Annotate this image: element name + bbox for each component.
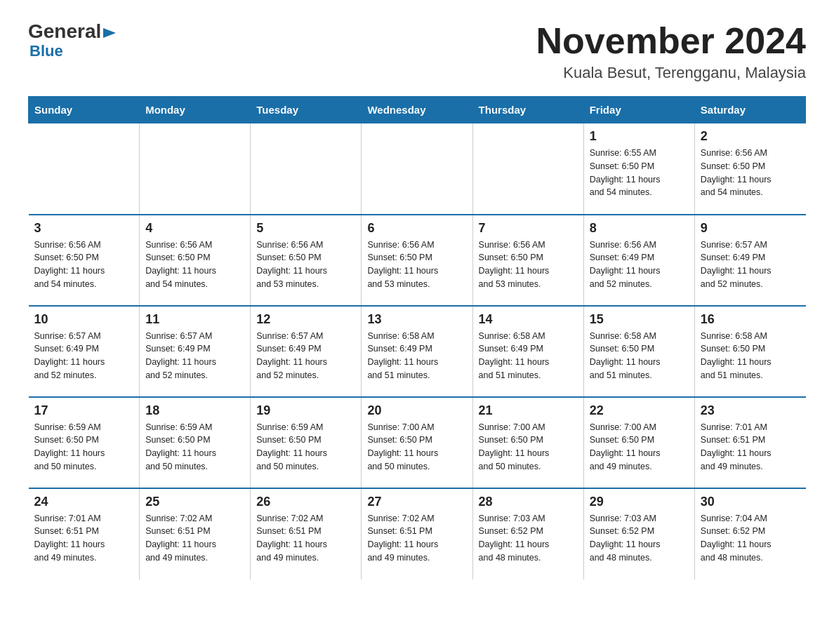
day-number: 29 [590,495,689,509]
day-info: Sunrise: 7:00 AM Sunset: 6:50 PM Dayligh… [479,421,578,474]
calendar-cell: 29Sunrise: 7:03 AM Sunset: 6:52 PM Dayli… [583,488,694,579]
day-number: 12 [256,312,355,327]
calendar-cell: 22Sunrise: 7:00 AM Sunset: 6:50 PM Dayli… [583,397,694,488]
calendar-cell: 16Sunrise: 6:58 AM Sunset: 6:50 PM Dayli… [694,306,805,397]
calendar-cell: 20Sunrise: 7:00 AM Sunset: 6:50 PM Dayli… [362,397,472,488]
day-number: 20 [367,403,466,418]
calendar-cell [362,123,472,215]
day-info: Sunrise: 6:57 AM Sunset: 6:49 PM Dayligh… [701,239,800,291]
day-info: Sunrise: 6:57 AM Sunset: 6:49 PM Dayligh… [256,330,355,382]
day-info: Sunrise: 6:59 AM Sunset: 6:50 PM Dayligh… [256,421,355,474]
calendar-cell: 26Sunrise: 7:02 AM Sunset: 6:51 PM Dayli… [251,488,362,579]
day-info: Sunrise: 6:58 AM Sunset: 6:50 PM Dayligh… [590,330,689,382]
calendar-cell: 10Sunrise: 6:57 AM Sunset: 6:49 PM Dayli… [29,306,140,397]
calendar-cell: 6Sunrise: 6:56 AM Sunset: 6:50 PM Daylig… [362,215,472,306]
day-info: Sunrise: 7:04 AM Sunset: 6:52 PM Dayligh… [701,512,800,565]
calendar-cell: 14Sunrise: 6:58 AM Sunset: 6:49 PM Dayli… [472,306,583,397]
calendar-cell: 18Sunrise: 6:59 AM Sunset: 6:50 PM Dayli… [140,397,251,488]
day-number: 15 [590,312,689,327]
logo: General Blue [28,21,116,60]
day-info: Sunrise: 6:56 AM Sunset: 6:50 PM Dayligh… [479,239,578,291]
calendar-week-row: 24Sunrise: 7:01 AM Sunset: 6:51 PM Dayli… [29,488,806,579]
header-tuesday: Tuesday [251,97,362,123]
calendar-cell: 13Sunrise: 6:58 AM Sunset: 6:49 PM Dayli… [362,306,472,397]
day-number: 22 [590,403,689,418]
calendar-week-row: 10Sunrise: 6:57 AM Sunset: 6:49 PM Dayli… [29,306,806,397]
day-info: Sunrise: 6:56 AM Sunset: 6:50 PM Dayligh… [34,239,134,291]
calendar-cell: 3Sunrise: 6:56 AM Sunset: 6:50 PM Daylig… [29,215,140,306]
header-friday: Friday [583,97,694,123]
logo-general-text: General [28,21,101,43]
calendar-cell: 2Sunrise: 6:56 AM Sunset: 6:50 PM Daylig… [694,123,805,215]
calendar-cell: 24Sunrise: 7:01 AM Sunset: 6:51 PM Dayli… [29,488,140,579]
calendar-cell: 25Sunrise: 7:02 AM Sunset: 6:51 PM Dayli… [140,488,251,579]
day-number: 7 [479,221,578,236]
day-info: Sunrise: 6:56 AM Sunset: 6:50 PM Dayligh… [256,239,355,291]
day-number: 26 [256,495,355,509]
location-title: Kuala Besut, Terengganu, Malaysia [536,64,806,82]
logo-arrow-icon [103,27,116,42]
day-info: Sunrise: 7:02 AM Sunset: 6:51 PM Dayligh… [145,512,244,565]
day-number: 24 [34,495,134,509]
calendar-cell: 12Sunrise: 6:57 AM Sunset: 6:49 PM Dayli… [251,306,362,397]
header-thursday: Thursday [472,97,583,123]
calendar-cell: 4Sunrise: 6:56 AM Sunset: 6:50 PM Daylig… [140,215,251,306]
day-number: 10 [34,312,134,327]
day-info: Sunrise: 7:02 AM Sunset: 6:51 PM Dayligh… [367,512,466,565]
day-number: 19 [256,403,355,418]
day-info: Sunrise: 6:56 AM Sunset: 6:50 PM Dayligh… [701,147,800,199]
day-number: 11 [145,312,244,327]
month-title: November 2024 [536,21,806,61]
header-sunday: Sunday [29,97,140,123]
day-info: Sunrise: 6:56 AM Sunset: 6:50 PM Dayligh… [145,239,244,291]
day-number: 21 [479,403,578,418]
page-header: General Blue November 2024 Kuala Besut, … [28,21,806,82]
calendar-cell: 17Sunrise: 6:59 AM Sunset: 6:50 PM Dayli… [29,397,140,488]
calendar-cell: 7Sunrise: 6:56 AM Sunset: 6:50 PM Daylig… [472,215,583,306]
day-info: Sunrise: 6:58 AM Sunset: 6:49 PM Dayligh… [367,330,466,382]
day-info: Sunrise: 6:56 AM Sunset: 6:50 PM Dayligh… [367,239,466,291]
svg-marker-0 [103,28,116,38]
day-number: 18 [145,403,244,418]
day-info: Sunrise: 6:59 AM Sunset: 6:50 PM Dayligh… [145,421,244,474]
day-info: Sunrise: 7:01 AM Sunset: 6:51 PM Dayligh… [34,512,134,565]
calendar-cell [251,123,362,215]
day-number: 3 [34,221,134,236]
day-number: 28 [479,495,578,509]
day-number: 5 [256,221,355,236]
day-number: 13 [367,312,466,327]
day-info: Sunrise: 6:55 AM Sunset: 6:50 PM Dayligh… [590,147,689,199]
calendar-table: SundayMondayTuesdayWednesdayThursdayFrid… [28,96,806,579]
day-number: 17 [34,403,134,418]
calendar-cell: 28Sunrise: 7:03 AM Sunset: 6:52 PM Dayli… [472,488,583,579]
calendar-week-row: 3Sunrise: 6:56 AM Sunset: 6:50 PM Daylig… [29,215,806,306]
calendar-cell: 27Sunrise: 7:02 AM Sunset: 6:51 PM Dayli… [362,488,472,579]
day-number: 1 [590,129,689,144]
day-number: 16 [701,312,800,327]
day-number: 8 [590,221,689,236]
calendar-week-row: 1Sunrise: 6:55 AM Sunset: 6:50 PM Daylig… [29,123,806,215]
calendar-cell: 11Sunrise: 6:57 AM Sunset: 6:49 PM Dayli… [140,306,251,397]
calendar-cell [472,123,583,215]
day-info: Sunrise: 6:58 AM Sunset: 6:49 PM Dayligh… [479,330,578,382]
day-number: 6 [367,221,466,236]
day-number: 25 [145,495,244,509]
calendar-cell: 1Sunrise: 6:55 AM Sunset: 6:50 PM Daylig… [583,123,694,215]
day-info: Sunrise: 7:00 AM Sunset: 6:50 PM Dayligh… [367,421,466,474]
calendar-header-row: SundayMondayTuesdayWednesdayThursdayFrid… [29,97,806,123]
calendar-cell: 21Sunrise: 7:00 AM Sunset: 6:50 PM Dayli… [472,397,583,488]
calendar-cell: 9Sunrise: 6:57 AM Sunset: 6:49 PM Daylig… [694,215,805,306]
day-number: 2 [701,129,800,144]
calendar-cell: 8Sunrise: 6:56 AM Sunset: 6:49 PM Daylig… [583,215,694,306]
calendar-cell [140,123,251,215]
day-number: 30 [701,495,800,509]
day-info: Sunrise: 6:57 AM Sunset: 6:49 PM Dayligh… [34,330,134,382]
day-number: 9 [701,221,800,236]
header-monday: Monday [140,97,251,123]
day-number: 14 [479,312,578,327]
day-info: Sunrise: 7:03 AM Sunset: 6:52 PM Dayligh… [590,512,689,565]
title-section: November 2024 Kuala Besut, Terengganu, M… [536,21,806,82]
day-info: Sunrise: 7:02 AM Sunset: 6:51 PM Dayligh… [256,512,355,565]
calendar-cell: 5Sunrise: 6:56 AM Sunset: 6:50 PM Daylig… [251,215,362,306]
header-saturday: Saturday [694,97,805,123]
